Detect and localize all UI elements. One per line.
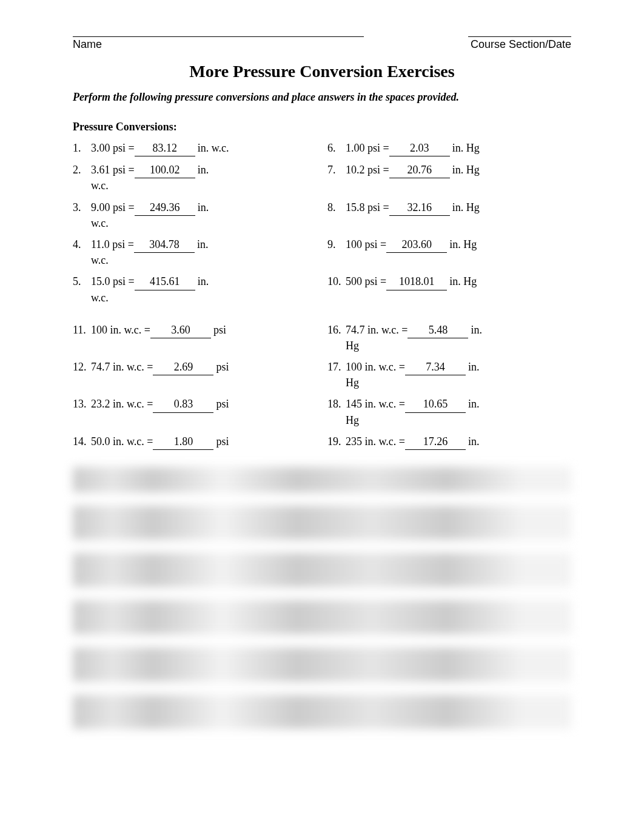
row-body: 74.7 in. w.c. = 5.48 in.Hg (346, 323, 571, 354)
answer-blank[interactable]: 415.61 (135, 274, 195, 290)
conversion-group-2: 11.100 in. w.c. = 3.60 psi16.74.7 in. w.… (73, 323, 571, 450)
blurred-content (73, 467, 571, 729)
conversion-row: 18.145 in. w.c. = 10.65 in.Hg (327, 397, 571, 428)
answer-blank[interactable]: 7.34 (405, 360, 466, 375)
conversion-row: 8.15.8 psi = 32.16 in. Hg (327, 200, 571, 231)
row-number: 12. (73, 360, 91, 375)
answer-blank[interactable]: 32.16 (389, 200, 450, 216)
row-lhs: 500 psi = (346, 274, 386, 289)
answer-blank[interactable]: 100.02 (135, 163, 195, 178)
row-unit-wrap: Hg (346, 413, 571, 428)
row-unit: in. (198, 200, 209, 215)
row-unit: in. (471, 323, 482, 338)
answer-blank[interactable]: 2.69 (153, 360, 213, 375)
conversion-row: 2.3.61 psi = 100.02 in.w.c. (73, 163, 317, 193)
conversion-row: 7.10.2 psi = 20.76 in. Hg (327, 163, 571, 193)
conversion-row: 1.3.00 psi = 83.12 in. w.c. (73, 141, 317, 156)
answer-blank[interactable]: 304.78 (134, 237, 195, 253)
row-number: 3. (73, 200, 91, 215)
row-number: 7. (327, 163, 346, 178)
row-number: 11. (73, 323, 91, 338)
row-lhs: 74.7 in. w.c. = (91, 360, 153, 375)
row-lhs: 3.61 psi = (91, 163, 135, 178)
row-lhs: 9.00 psi = (91, 200, 135, 215)
row-body: 74.7 in. w.c. = 2.69 psi (91, 360, 317, 375)
row-body: 100 in. w.c. = 3.60 psi (91, 323, 317, 338)
row-number: 2. (73, 163, 91, 178)
name-line (73, 36, 364, 37)
row-lhs: 100 psi = (346, 237, 386, 252)
row-unit: in. Hg (452, 163, 480, 178)
row-body: 500 psi = 1018.01 in. Hg (346, 274, 571, 290)
conversion-row: 10.500 psi = 1018.01 in. Hg (327, 274, 571, 305)
answer-blank[interactable]: 5.48 (408, 323, 468, 338)
row-number: 4. (73, 237, 91, 252)
answer-blank[interactable]: 83.12 (135, 141, 195, 156)
conversion-row: 13.23.2 in. w.c. = 0.83 psi (73, 397, 317, 428)
row-unit: psi (213, 323, 226, 338)
row-body: 3.00 psi = 83.12 in. w.c. (91, 141, 317, 156)
row-number: 6. (327, 141, 346, 156)
row-lhs: 100 in. w.c. = (346, 360, 405, 375)
row-lhs: 1.00 psi = (346, 141, 389, 156)
row-lhs: 50.0 in. w.c. = (91, 434, 153, 449)
row-unit: in. (197, 237, 209, 252)
row-unit: in. Hg (452, 200, 480, 215)
row-lhs: 235 in. w.c. = (346, 434, 405, 449)
answer-blank[interactable]: 20.76 (389, 163, 450, 178)
row-number: 17. (327, 360, 346, 375)
course-label: Course Section/Date (471, 38, 571, 51)
conversion-row: 14.50.0 in. w.c. = 1.80 psi (73, 434, 317, 450)
row-unit: psi (216, 434, 229, 449)
conversion-group-1: 1.3.00 psi = 83.12 in. w.c.6.1.00 psi = … (73, 141, 571, 306)
conversion-row: 17.100 in. w.c. = 7.34 in.Hg (327, 360, 571, 391)
course-line (468, 36, 571, 37)
answer-blank[interactable]: 1.80 (153, 434, 213, 450)
section-heading: Pressure Conversions: (73, 121, 571, 133)
row-body: 100 psi = 203.60 in. Hg (346, 237, 571, 253)
answer-blank[interactable]: 249.36 (135, 200, 195, 216)
row-unit-wrap: Hg (346, 375, 571, 391)
row-lhs: 15.0 psi = (91, 274, 135, 289)
row-body: 235 in. w.c. = 17.26 in. (346, 434, 571, 450)
row-body: 15.0 psi = 415.61 in.w.c. (91, 274, 317, 305)
conversion-row: 4.11.0 psi = 304.78 in.w.c. (73, 237, 317, 268)
row-body: 15.8 psi = 32.16 in. Hg (346, 200, 571, 216)
row-body: 10.2 psi = 20.76 in. Hg (346, 163, 571, 178)
row-number: 18. (327, 397, 346, 412)
row-unit-wrap: w.c. (91, 216, 317, 231)
row-unit: in. (468, 434, 480, 449)
conversion-row: 3.9.00 psi = 249.36 in.w.c. (73, 200, 317, 231)
row-unit: in. (468, 360, 480, 375)
row-body: 23.2 in. w.c. = 0.83 psi (91, 397, 317, 412)
conversion-row: 6.1.00 psi = 2.03 in. Hg (327, 141, 571, 156)
page-title: More Pressure Conversion Exercises (73, 62, 571, 81)
row-unit-wrap: w.c. (91, 290, 317, 306)
row-lhs: 10.2 psi = (346, 163, 389, 178)
conversion-row: 11.100 in. w.c. = 3.60 psi (73, 323, 317, 354)
row-number: 8. (327, 200, 346, 215)
answer-blank[interactable]: 10.65 (405, 397, 466, 412)
answer-blank[interactable]: 2.03 (389, 141, 450, 156)
answer-blank[interactable]: 203.60 (386, 237, 447, 253)
row-lhs: 100 in. w.c. = (91, 323, 150, 338)
row-lhs: 3.00 psi = (91, 141, 135, 156)
row-unit: in. (468, 397, 480, 412)
row-lhs: 15.8 psi = (346, 200, 389, 215)
conversion-row: 9.100 psi = 203.60 in. Hg (327, 237, 571, 268)
row-unit: in. Hg (449, 274, 477, 289)
row-number: 1. (73, 141, 91, 156)
answer-blank[interactable]: 0.83 (153, 397, 213, 412)
row-body: 50.0 in. w.c. = 1.80 psi (91, 434, 317, 450)
row-lhs: 11.0 psi = (91, 237, 134, 252)
row-body: 3.61 psi = 100.02 in.w.c. (91, 163, 317, 193)
row-number: 14. (73, 434, 91, 449)
answer-blank[interactable]: 17.26 (405, 434, 466, 450)
row-unit: in. (198, 163, 209, 178)
row-number: 19. (327, 434, 346, 449)
row-lhs: 23.2 in. w.c. = (91, 397, 153, 412)
answer-blank[interactable]: 3.60 (150, 323, 211, 338)
instructions-text: Perform the following pressure conversio… (73, 91, 571, 104)
row-unit-wrap: w.c. (91, 178, 317, 193)
answer-blank[interactable]: 1018.01 (386, 274, 447, 290)
